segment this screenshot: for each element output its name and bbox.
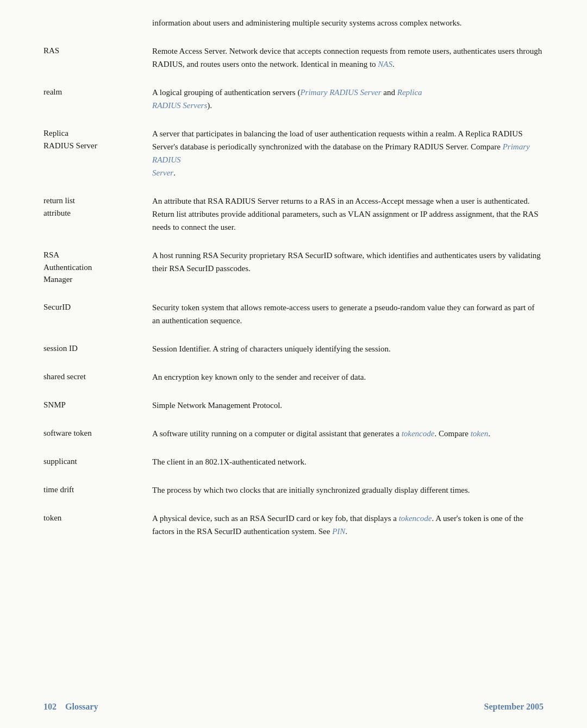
term-software-token: software token	[43, 419, 152, 448]
def-supplicant: The client in an 802.1X-authenticated ne…	[152, 448, 544, 476]
def-realm: A logical grouping of authentication ser…	[152, 78, 544, 120]
table-row: token A physical device, such as an RSA …	[43, 504, 544, 545]
def-token: A physical device, such as an RSA SecurI…	[152, 504, 544, 545]
term-session-id: session ID	[43, 335, 152, 363]
link-replica-radius-servers[interactable]: ReplicaRADIUS Servers	[152, 88, 422, 110]
term-rsa-authentication-manager: RSAAuthenticationManager	[43, 241, 152, 293]
term-return-list-attribute: return listattribute	[43, 187, 152, 241]
table-row: realm A logical grouping of authenticati…	[43, 78, 544, 120]
def-return-list-attribute: An attribute that RSA RADIUS Server retu…	[152, 187, 544, 241]
intro-term	[43, 16, 152, 37]
def-rsa-authentication-manager: A host running RSA Security proprietary …	[152, 241, 544, 293]
term-snmp: SNMP	[43, 391, 152, 419]
table-row: software token A software utility runnin…	[43, 419, 544, 448]
link-tokencode-token[interactable]: tokencode	[399, 514, 432, 523]
table-row: return listattribute An attribute that R…	[43, 187, 544, 241]
def-replica-radius-server: A server that participates in balancing …	[152, 120, 544, 187]
term-replica-radius-server: ReplicaRADIUS Server	[43, 120, 152, 187]
def-snmp: Simple Network Management Protocol.	[152, 391, 544, 419]
table-row: SNMP Simple Network Management Protocol.	[43, 391, 544, 419]
term-realm: realm	[43, 78, 152, 120]
def-shared-secret: An encryption key known only to the send…	[152, 363, 544, 391]
intro-definition: information about users and administerin…	[152, 16, 544, 37]
link-nas[interactable]: NAS	[378, 60, 392, 68]
table-row: session ID Session Identifier. A string …	[43, 335, 544, 363]
footer-page-number: 102	[43, 702, 57, 712]
footer-left: 102 Glossary	[43, 702, 98, 712]
table-row: time drift The process by which two cloc…	[43, 476, 544, 504]
link-tokencode-software[interactable]: tokencode	[402, 429, 435, 438]
def-software-token: A software utility running on a computer…	[152, 419, 544, 448]
term-shared-secret: shared secret	[43, 363, 152, 391]
footer-section: Glossary	[65, 702, 98, 712]
term-securid: SecurID	[43, 293, 152, 335]
table-row: RAS Remote Access Server. Network device…	[43, 37, 544, 78]
table-row: RSAAuthenticationManager A host running …	[43, 241, 544, 293]
table-row: supplicant The client in an 802.1X-authe…	[43, 448, 544, 476]
def-time-drift: The process by which two clocks that are…	[152, 476, 544, 504]
link-primary-radius-server[interactable]: Primary RADIUS Server	[300, 88, 381, 97]
term-time-drift: time drift	[43, 476, 152, 504]
term-token: token	[43, 504, 152, 545]
def-securid: Security token system that allows remote…	[152, 293, 544, 335]
glossary-table: information about users and administerin…	[43, 16, 544, 545]
link-pin[interactable]: PIN	[332, 527, 345, 536]
page: information about users and administerin…	[0, 0, 587, 728]
table-row: SecurID Security token system that allow…	[43, 293, 544, 335]
intro-row: information about users and administerin…	[43, 16, 544, 37]
def-session-id: Session Identifier. A string of characte…	[152, 335, 544, 363]
term-supplicant: supplicant	[43, 448, 152, 476]
link-token-compare[interactable]: token	[471, 429, 488, 438]
footer: 102 Glossary September 2005	[43, 702, 544, 712]
footer-date: September 2005	[484, 702, 544, 712]
def-ras: Remote Access Server. Network device tha…	[152, 37, 544, 78]
term-ras: RAS	[43, 37, 152, 78]
table-row: ReplicaRADIUS Server A server that parti…	[43, 120, 544, 187]
table-row: shared secret An encryption key known on…	[43, 363, 544, 391]
link-primary-radius-server-compare[interactable]: Primary RADIUSServer	[152, 142, 530, 177]
